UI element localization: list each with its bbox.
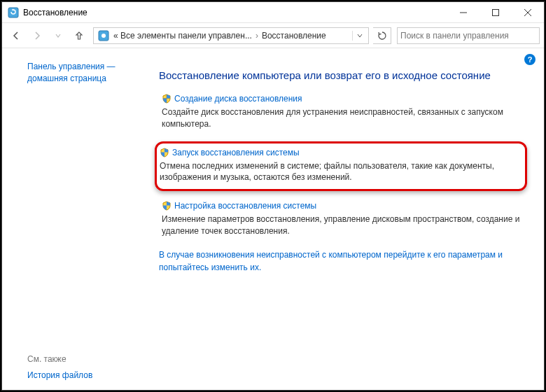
configure-restore-link[interactable]: Настройка восстановления системы	[174, 201, 316, 211]
create-recovery-drive-link[interactable]: Создание диска восстановления	[174, 94, 302, 104]
main-panel: ? Восстановление компьютера или возврат …	[150, 48, 544, 390]
control-panel-icon	[98, 30, 109, 41]
svg-rect-1	[493, 9, 499, 15]
page-heading: Восстановление компьютера или возврат ег…	[159, 69, 527, 81]
address-dropdown[interactable]	[352, 31, 367, 41]
close-button[interactable]	[512, 2, 544, 23]
up-button[interactable]	[69, 26, 89, 46]
breadcrumb-seg-2[interactable]: Восстановление	[260, 31, 328, 41]
svg-point-3	[102, 34, 106, 38]
back-button[interactable]	[6, 26, 26, 46]
address-bar[interactable]: « Все элементы панели управлен... › Восс…	[93, 27, 369, 44]
maximize-button[interactable]	[479, 2, 512, 23]
recovery-icon	[8, 7, 19, 18]
see-also-label: См. также	[27, 354, 142, 364]
breadcrumb-sep: ›	[253, 31, 260, 41]
window-title: Восстановление	[23, 8, 447, 18]
sidebar: Панель управления — домашняя страница См…	[2, 48, 150, 390]
shield-icon	[160, 148, 169, 158]
shield-icon	[162, 201, 172, 211]
troubleshoot-link[interactable]: В случае возникновения неисправностей с …	[159, 250, 503, 272]
help-button[interactable]: ?	[524, 54, 536, 65]
file-history-link[interactable]: История файлов	[27, 370, 92, 380]
see-also-section: См. также История файлов	[27, 340, 142, 382]
create-recovery-drive-item: Создание диска восстановления Создайте д…	[159, 94, 527, 130]
configure-restore-desc: Изменение параметров восстановления, упр…	[162, 214, 527, 237]
breadcrumb-seg-1[interactable]: « Все элементы панели управлен...	[112, 31, 253, 41]
toolbar: « Все элементы панели управлен... › Восс…	[2, 23, 544, 48]
window: Восстановление « Все элементы п	[1, 1, 545, 391]
system-restore-desc: Отмена последних изменений в системе; фа…	[160, 160, 518, 184]
system-restore-item: Запуск восстановления системы Отмена пос…	[155, 141, 527, 192]
control-panel-home-link[interactable]: Панель управления — домашняя страница	[27, 61, 142, 85]
forward-button[interactable]	[27, 26, 47, 46]
recent-dropdown[interactable]	[48, 26, 68, 46]
shield-icon	[162, 94, 172, 104]
search-box[interactable]	[397, 27, 540, 44]
content: Панель управления — домашняя страница См…	[2, 48, 544, 390]
create-recovery-drive-desc: Создайте диск восстановления для устране…	[162, 106, 527, 130]
footer-link-block: В случае возникновения неисправностей с …	[159, 248, 527, 274]
refresh-button[interactable]	[373, 27, 391, 44]
titlebar: Восстановление	[2, 2, 544, 23]
configure-restore-item: Настройка восстановления системы Изменен…	[159, 201, 527, 237]
search-input[interactable]	[400, 31, 536, 41]
system-restore-link[interactable]: Запуск восстановления системы	[172, 148, 300, 158]
minimize-button[interactable]	[447, 2, 479, 23]
